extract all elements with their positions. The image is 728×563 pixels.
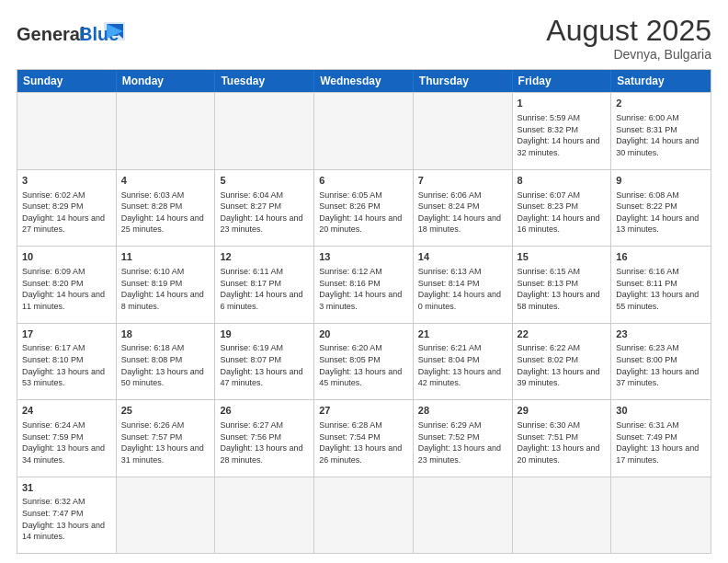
day-info: Sunrise: 6:07 AM Sunset: 8:23 PM Dayligh… bbox=[518, 190, 607, 236]
calendar-cell: 18Sunrise: 6:18 AM Sunset: 8:08 PM Dayli… bbox=[117, 324, 216, 399]
calendar-body: 1Sunrise: 5:59 AM Sunset: 8:32 PM Daylig… bbox=[17, 92, 711, 553]
calendar-cell: 17Sunrise: 6:17 AM Sunset: 8:10 PM Dayli… bbox=[17, 324, 117, 399]
day-info: Sunrise: 6:16 AM Sunset: 8:11 PM Dayligh… bbox=[616, 266, 706, 312]
calendar-row: 3Sunrise: 6:02 AM Sunset: 8:29 PM Daylig… bbox=[17, 169, 711, 246]
day-number: 24 bbox=[22, 404, 111, 418]
weekday-header: Monday bbox=[117, 70, 216, 92]
calendar-cell bbox=[414, 477, 513, 553]
calendar-cell: 26Sunrise: 6:27 AM Sunset: 7:56 PM Dayli… bbox=[215, 400, 314, 476]
day-number: 2 bbox=[616, 97, 706, 110]
calendar-cell: 8Sunrise: 6:07 AM Sunset: 8:23 PM Daylig… bbox=[513, 170, 612, 246]
calendar-cell: 23Sunrise: 6:23 AM Sunset: 8:00 PM Dayli… bbox=[611, 324, 711, 399]
day-info: Sunrise: 6:10 AM Sunset: 8:19 PM Dayligh… bbox=[121, 266, 210, 312]
day-number: 6 bbox=[319, 174, 408, 188]
day-number: 7 bbox=[418, 174, 507, 188]
calendar-cell bbox=[314, 93, 414, 168]
day-info: Sunrise: 6:22 AM Sunset: 8:02 PM Dayligh… bbox=[518, 342, 607, 388]
weekday-header: Sunday bbox=[17, 70, 117, 92]
calendar-cell: 1Sunrise: 5:59 AM Sunset: 8:32 PM Daylig… bbox=[513, 93, 612, 168]
calendar-header: SundayMondayTuesdayWednesdayThursdayFrid… bbox=[17, 70, 711, 92]
calendar-cell bbox=[117, 93, 216, 168]
day-info: Sunrise: 6:12 AM Sunset: 8:16 PM Dayligh… bbox=[319, 266, 408, 312]
day-info: Sunrise: 6:00 AM Sunset: 8:31 PM Dayligh… bbox=[616, 112, 706, 158]
day-number: 14 bbox=[418, 250, 507, 264]
day-info: Sunrise: 6:29 AM Sunset: 7:52 PM Dayligh… bbox=[418, 419, 507, 465]
day-number: 4 bbox=[121, 174, 210, 188]
calendar-row: 1Sunrise: 5:59 AM Sunset: 8:32 PM Daylig… bbox=[17, 92, 711, 168]
calendar-cell: 21Sunrise: 6:21 AM Sunset: 8:04 PM Dayli… bbox=[414, 324, 513, 399]
calendar-cell bbox=[215, 93, 314, 168]
day-info: Sunrise: 6:08 AM Sunset: 8:22 PM Dayligh… bbox=[616, 190, 706, 236]
calendar-cell: 22Sunrise: 6:22 AM Sunset: 8:02 PM Dayli… bbox=[513, 324, 612, 399]
calendar-cell: 6Sunrise: 6:05 AM Sunset: 8:26 PM Daylig… bbox=[314, 170, 414, 246]
calendar-row: 10Sunrise: 6:09 AM Sunset: 8:20 PM Dayli… bbox=[17, 246, 711, 322]
day-info: Sunrise: 6:09 AM Sunset: 8:20 PM Dayligh… bbox=[22, 266, 111, 312]
day-number: 3 bbox=[22, 174, 111, 188]
calendar-cell: 14Sunrise: 6:13 AM Sunset: 8:14 PM Dayli… bbox=[414, 247, 513, 322]
day-number: 18 bbox=[121, 327, 210, 341]
day-number: 9 bbox=[616, 174, 706, 188]
day-number: 15 bbox=[518, 250, 607, 264]
calendar-cell: 28Sunrise: 6:29 AM Sunset: 7:52 PM Dayli… bbox=[414, 400, 513, 476]
day-info: Sunrise: 6:19 AM Sunset: 8:07 PM Dayligh… bbox=[220, 342, 309, 388]
calendar-cell: 29Sunrise: 6:30 AM Sunset: 7:51 PM Dayli… bbox=[513, 400, 612, 476]
day-info: Sunrise: 6:20 AM Sunset: 8:05 PM Dayligh… bbox=[319, 342, 408, 388]
day-number: 26 bbox=[220, 404, 309, 418]
calendar-cell: 11Sunrise: 6:10 AM Sunset: 8:19 PM Dayli… bbox=[117, 247, 216, 322]
calendar-cell: 9Sunrise: 6:08 AM Sunset: 8:22 PM Daylig… bbox=[611, 170, 711, 246]
weekday-header: Tuesday bbox=[215, 70, 314, 92]
calendar-cell: 25Sunrise: 6:26 AM Sunset: 7:57 PM Dayli… bbox=[117, 400, 216, 476]
calendar-cell bbox=[215, 477, 314, 553]
day-info: Sunrise: 6:13 AM Sunset: 8:14 PM Dayligh… bbox=[418, 266, 507, 312]
day-info: Sunrise: 6:05 AM Sunset: 8:26 PM Dayligh… bbox=[319, 190, 408, 236]
day-info: Sunrise: 6:24 AM Sunset: 7:59 PM Dayligh… bbox=[22, 419, 111, 465]
calendar-cell: 24Sunrise: 6:24 AM Sunset: 7:59 PM Dayli… bbox=[17, 400, 117, 476]
day-number: 28 bbox=[418, 404, 507, 418]
weekday-header: Thursday bbox=[414, 70, 513, 92]
day-number: 20 bbox=[319, 327, 408, 341]
calendar-cell: 30Sunrise: 6:31 AM Sunset: 7:49 PM Dayli… bbox=[611, 400, 711, 476]
calendar-cell bbox=[314, 477, 414, 553]
calendar-cell: 16Sunrise: 6:16 AM Sunset: 8:11 PM Dayli… bbox=[611, 247, 711, 322]
calendar-cell: 27Sunrise: 6:28 AM Sunset: 7:54 PM Dayli… bbox=[314, 400, 414, 476]
day-info: Sunrise: 6:28 AM Sunset: 7:54 PM Dayligh… bbox=[319, 419, 408, 465]
day-number: 1 bbox=[518, 97, 607, 110]
calendar-cell: 7Sunrise: 6:06 AM Sunset: 8:24 PM Daylig… bbox=[414, 170, 513, 246]
day-number: 12 bbox=[220, 250, 309, 264]
day-info: Sunrise: 6:04 AM Sunset: 8:27 PM Dayligh… bbox=[220, 190, 309, 236]
day-number: 29 bbox=[518, 404, 607, 418]
day-number: 5 bbox=[220, 174, 309, 188]
day-number: 25 bbox=[121, 404, 210, 418]
day-info: Sunrise: 6:17 AM Sunset: 8:10 PM Dayligh… bbox=[22, 342, 111, 388]
day-number: 31 bbox=[22, 481, 111, 495]
day-info: Sunrise: 6:26 AM Sunset: 7:57 PM Dayligh… bbox=[121, 419, 210, 465]
calendar-cell: 12Sunrise: 6:11 AM Sunset: 8:17 PM Dayli… bbox=[215, 247, 314, 322]
weekday-header: Saturday bbox=[611, 70, 711, 92]
day-info: Sunrise: 6:23 AM Sunset: 8:00 PM Dayligh… bbox=[616, 342, 706, 388]
day-number: 27 bbox=[319, 404, 408, 418]
month-year-title: August 2025 bbox=[546, 15, 711, 47]
day-info: Sunrise: 6:15 AM Sunset: 8:13 PM Dayligh… bbox=[518, 266, 607, 312]
svg-text:General: General bbox=[17, 24, 85, 44]
page: General Blue August 2025 Devnya, Bulgari… bbox=[0, 0, 728, 563]
day-number: 19 bbox=[220, 327, 309, 341]
calendar-cell: 10Sunrise: 6:09 AM Sunset: 8:20 PM Dayli… bbox=[17, 247, 117, 322]
day-info: Sunrise: 6:03 AM Sunset: 8:28 PM Dayligh… bbox=[121, 190, 210, 236]
day-number: 16 bbox=[616, 250, 706, 264]
day-info: Sunrise: 6:31 AM Sunset: 7:49 PM Dayligh… bbox=[616, 419, 706, 465]
day-number: 11 bbox=[121, 250, 210, 264]
day-info: Sunrise: 6:11 AM Sunset: 8:17 PM Dayligh… bbox=[220, 266, 309, 312]
day-info: Sunrise: 6:18 AM Sunset: 8:08 PM Dayligh… bbox=[121, 342, 210, 388]
calendar-cell bbox=[611, 477, 711, 553]
calendar-cell: 20Sunrise: 6:20 AM Sunset: 8:05 PM Dayli… bbox=[314, 324, 414, 399]
calendar-cell: 15Sunrise: 6:15 AM Sunset: 8:13 PM Dayli… bbox=[513, 247, 612, 322]
calendar-cell: 5Sunrise: 6:04 AM Sunset: 8:27 PM Daylig… bbox=[215, 170, 314, 246]
day-info: Sunrise: 5:59 AM Sunset: 8:32 PM Dayligh… bbox=[518, 112, 607, 158]
calendar-cell: 2Sunrise: 6:00 AM Sunset: 8:31 PM Daylig… bbox=[611, 93, 711, 168]
day-number: 22 bbox=[518, 327, 607, 341]
day-number: 13 bbox=[319, 250, 408, 264]
calendar-cell bbox=[414, 93, 513, 168]
calendar-row: 17Sunrise: 6:17 AM Sunset: 8:10 PM Dayli… bbox=[17, 323, 711, 399]
calendar-cell: 3Sunrise: 6:02 AM Sunset: 8:29 PM Daylig… bbox=[17, 170, 117, 246]
weekday-header: Friday bbox=[513, 70, 612, 92]
